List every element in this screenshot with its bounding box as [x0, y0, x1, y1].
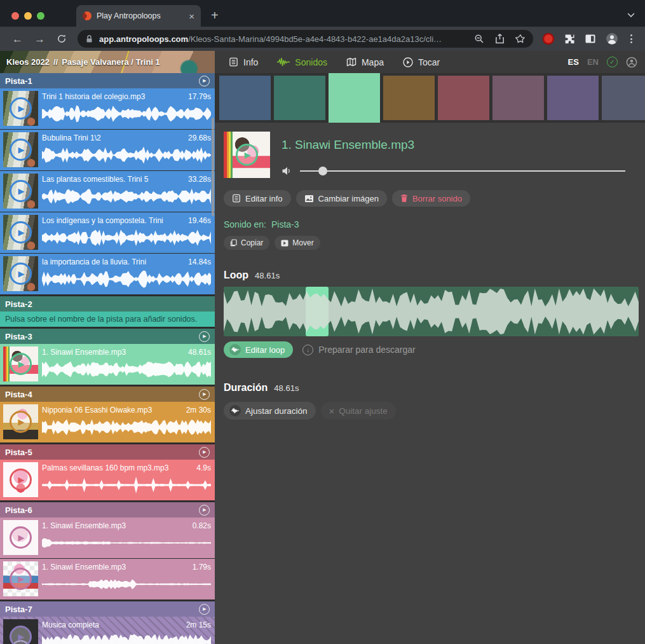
- forward-button[interactable]: →: [29, 34, 51, 45]
- track-swatch-8[interactable]: [602, 76, 645, 120]
- share-icon[interactable]: [495, 34, 505, 44]
- track-header[interactable]: Pista-7▶: [0, 601, 215, 617]
- clip-play-button[interactable]: ▶: [10, 469, 32, 491]
- move-button[interactable]: Mover: [275, 236, 320, 250]
- address-bar[interactable]: app.antropoloops.com/Kleos-Santa-Marina/…: [78, 30, 533, 48]
- clip-row[interactable]: ▶Bubulina Trini 1\229.68s: [0, 130, 215, 170]
- clip-title: Musica completa: [42, 620, 170, 629]
- remove-adjust-button[interactable]: × Quitar ajuste: [321, 402, 396, 420]
- lang-en[interactable]: EN: [587, 57, 599, 67]
- clip-play-button[interactable]: ▶: [10, 263, 32, 285]
- track-header[interactable]: Pista-2: [0, 296, 215, 312]
- lang-es[interactable]: ES: [568, 57, 579, 67]
- track-header[interactable]: Pista-3▶: [0, 329, 215, 344]
- breadcrumb[interactable]: Kleos 2022//Pasaje Valvanera / Trini 1: [0, 51, 215, 73]
- track-name[interactable]: Pista-7: [5, 605, 199, 614]
- clip-row[interactable]: ▶Musica completa2m 15s: [0, 617, 215, 644]
- clip-row[interactable]: ▶Palmas sevillanas 160 bpm mp3.mp34.9s: [0, 460, 215, 500]
- url-text: app.antropoloops.com/Kleos-Santa-Marina/…: [99, 34, 442, 44]
- sound-in-track-link[interactable]: Pista-3: [271, 219, 299, 230]
- track-play-button[interactable]: ▶: [199, 389, 210, 400]
- track-swatch-2[interactable]: [274, 76, 325, 120]
- track-header[interactable]: Pista-6▶: [0, 502, 215, 517]
- track-swatch-7[interactable]: [547, 76, 599, 120]
- volume-slider-knob[interactable]: [318, 167, 327, 175]
- track-play-button[interactable]: ▶: [199, 447, 210, 458]
- new-tab-button[interactable]: +: [211, 9, 219, 22]
- track-play-button[interactable]: ▶: [199, 331, 210, 342]
- volume-slider[interactable]: [300, 167, 625, 175]
- tab-search-chevron-icon[interactable]: [627, 13, 635, 18]
- sound-image[interactable]: ▶: [224, 132, 270, 178]
- track-header[interactable]: Pista-5▶: [0, 444, 215, 460]
- clip-play-button[interactable]: ▶: [10, 568, 32, 590]
- zoom-page-icon[interactable]: [474, 34, 484, 44]
- track-swatch-3[interactable]: [329, 73, 380, 123]
- copy-button[interactable]: Copiar: [224, 236, 269, 250]
- play-button[interactable]: ▶: [236, 144, 258, 166]
- clip-play-button[interactable]: ▶: [10, 353, 32, 375]
- bookmark-star-icon[interactable]: [515, 34, 526, 44]
- recording-extension-icon[interactable]: [542, 32, 555, 45]
- profile-avatar-icon[interactable]: [606, 32, 618, 45]
- nav-tocar[interactable]: Tocar: [403, 57, 440, 67]
- clip-play-button[interactable]: ▶: [10, 221, 32, 243]
- track-name[interactable]: Pista-3: [5, 332, 199, 341]
- clip-play-button[interactable]: ▶: [10, 411, 32, 433]
- track-play-button[interactable]: ▶: [199, 604, 210, 615]
- adjust-duration-button[interactable]: Ajustar duración: [224, 402, 316, 420]
- track-header[interactable]: Pista-1▶: [0, 73, 215, 88]
- close-window-button[interactable]: [11, 12, 19, 20]
- clip-row[interactable]: ▶1. Sinawi Ensemble.mp30.82s: [0, 517, 215, 558]
- track-swatch-4[interactable]: [383, 76, 435, 120]
- clip-row[interactable]: ▶1. Sinawi Ensemble.mp31.79s: [0, 559, 215, 599]
- delete-sound-button[interactable]: Borrar sonido: [392, 190, 470, 207]
- clip-play-button[interactable]: ▶: [10, 526, 32, 549]
- track-play-button[interactable]: ▶: [199, 505, 210, 516]
- clip-row[interactable]: ▶la importancia de la lluvia. Trini14.84…: [0, 254, 215, 294]
- clip-row[interactable]: ▶Nipponia 06 Esashi Oiwake.mp32m 30s: [0, 402, 215, 442]
- track-name[interactable]: Pista-4: [5, 390, 199, 399]
- nav-sonidos[interactable]: Sonidos: [277, 57, 327, 67]
- nav-mapa[interactable]: Mapa: [346, 57, 384, 67]
- clip-row[interactable]: ▶Los indígenas y la compostela. Trini19.…: [0, 212, 215, 253]
- tab-close-icon[interactable]: ×: [189, 11, 194, 21]
- browser-tab[interactable]: Play Antropoloops ×: [76, 5, 201, 27]
- track-swatch-5[interactable]: [438, 76, 489, 120]
- account-icon[interactable]: [626, 57, 637, 68]
- track-name[interactable]: Pista-1: [5, 76, 199, 86]
- nav-info[interactable]: Info: [229, 57, 258, 67]
- breadcrumb-project[interactable]: Kleos 2022: [6, 57, 50, 67]
- browser-menu-icon[interactable]: [628, 34, 635, 43]
- clip-play-button[interactable]: ▶: [10, 97, 32, 120]
- track-name[interactable]: Pista-5: [5, 448, 199, 457]
- edit-info-button[interactable]: Editar info: [224, 190, 291, 207]
- reload-button[interactable]: [51, 34, 72, 44]
- breadcrumb-path[interactable]: Pasaje Valvanera / Trini 1: [62, 57, 160, 67]
- extensions-puzzle-icon[interactable]: [564, 34, 575, 45]
- sidebar-scrollbar[interactable]: [212, 118, 214, 216]
- minimize-window-button[interactable]: [24, 12, 32, 20]
- browser-toolbar: ← → app.antropoloops.com/Kleos-Santa-Mar…: [0, 27, 645, 51]
- track-play-button[interactable]: ▶: [199, 76, 210, 86]
- side-panel-icon[interactable]: [585, 34, 596, 44]
- clip-play-button[interactable]: ▶: [10, 139, 32, 161]
- change-image-button[interactable]: Cambiar imágen: [296, 190, 387, 207]
- track-name[interactable]: Pista-6: [5, 505, 199, 515]
- clip-row[interactable]: ▶Las plantas comestibles. Trini 533.28s: [0, 171, 215, 212]
- clip-row[interactable]: ▶1. Sinawi Ensemble.mp348.61s: [0, 344, 215, 385]
- track-name[interactable]: Pista-2: [5, 299, 210, 309]
- loop-waveform[interactable]: [224, 287, 639, 336]
- clip-play-button[interactable]: ▶: [10, 180, 32, 202]
- track-swatch-6[interactable]: [492, 76, 544, 120]
- track-header[interactable]: Pista-4▶: [0, 387, 215, 402]
- back-button[interactable]: ←: [6, 34, 29, 45]
- edit-loop-button[interactable]: Editar loop: [224, 341, 293, 358]
- clip-row[interactable]: ▶Trini 1 historia del colegio.mp317.79s: [0, 88, 215, 129]
- zoom-window-button[interactable]: [37, 12, 44, 20]
- clip-play-button[interactable]: ▶: [10, 626, 32, 644]
- track-empty-message[interactable]: Pulsa sobre el nombre de la pista para a…: [0, 312, 215, 327]
- browser-chrome: Play Antropoloops × + ← → app.antropoloo…: [0, 0, 645, 51]
- prepare-download-button[interactable]: ↓ Preparar para descargar: [302, 345, 416, 355]
- track-swatch-1[interactable]: [219, 76, 271, 120]
